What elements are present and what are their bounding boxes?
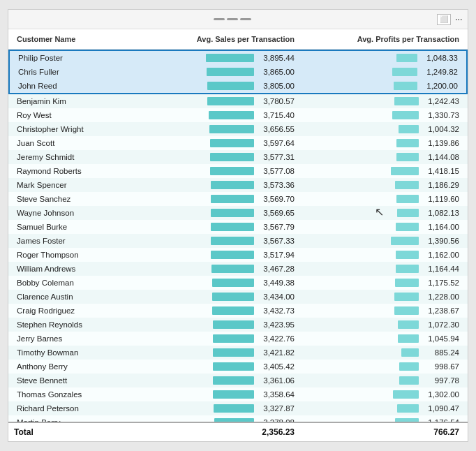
- profits-value: 1,242.43: [421, 97, 459, 105]
- sales-value: 3,656.55: [256, 125, 295, 133]
- sales-bar: [211, 251, 254, 259]
- avg-profits-cell: 1,048.33: [297, 52, 461, 64]
- profits-value: 997.78: [421, 376, 459, 385]
- avg-sales-cell: 3,865.00: [134, 66, 297, 77]
- avg-profits-cell: 1,162.00: [297, 249, 462, 260]
- sales-value: 3,434.00: [256, 293, 295, 301]
- more-options-icon[interactable]: ···: [455, 13, 462, 26]
- customer-name-cell: Roger Thompson: [14, 249, 133, 260]
- avg-profits-cell: 1,144.08: [297, 151, 462, 163]
- customer-name-cell: William Andrews: [14, 263, 133, 274]
- sales-value: 3,327.87: [256, 404, 295, 413]
- sales-bar: [207, 97, 254, 105]
- sales-value: 3,358.64: [256, 390, 295, 399]
- customer-name-cell: Clarence Austin: [14, 291, 133, 302]
- profits-bar: [394, 82, 417, 90]
- header-avg-profits: Avg. Profits per Transaction: [297, 34, 462, 45]
- customer-name-cell: Stephen Reynolds: [14, 319, 133, 330]
- avg-profits-cell: 1,330.73: [297, 110, 462, 121]
- avg-profits-cell: 1,045.94: [297, 333, 462, 344]
- avg-sales-cell: 3,423.95: [133, 319, 297, 330]
- avg-profits-cell: 1,186.29: [297, 179, 462, 191]
- profits-value: 1,119.60: [421, 195, 459, 203]
- profits-bar: [391, 167, 419, 175]
- sales-bar: [210, 153, 254, 161]
- sales-bar: [211, 237, 254, 245]
- sales-value: 3,805.00: [256, 82, 295, 90]
- sales-bar: [209, 111, 254, 119]
- sales-bar: [207, 82, 254, 90]
- title-bar-right[interactable]: ⬜ ···: [437, 13, 462, 26]
- profits-value: 1,045.94: [421, 334, 459, 343]
- customer-name-cell: Richard Peterson: [14, 403, 133, 414]
- customer-name-cell: Anthony Berry: [14, 361, 133, 372]
- sales-bar: [211, 265, 254, 273]
- sales-bar: [211, 195, 254, 203]
- avg-profits-cell: 1,390.56: [297, 235, 462, 246]
- sales-value: 3,517.94: [256, 251, 295, 259]
- table-row: Benjamin Kim3,780.571,242.43: [8, 94, 468, 108]
- profits-value: 1,164.00: [421, 223, 459, 231]
- profits-bar: [395, 181, 419, 189]
- table-row: Wayne Johnson3,569.651,082.13: [8, 206, 468, 220]
- customer-name-cell: Mark Spencer: [14, 179, 133, 191]
- profits-bar: [396, 223, 419, 231]
- sales-bar: [213, 390, 254, 399]
- avg-sales-cell: 3,467.28: [133, 263, 297, 274]
- table-row: Timothy Bowman3,421.82885.24: [8, 346, 468, 360]
- sales-bar: [213, 348, 254, 357]
- profits-value: 1,175.52: [421, 279, 459, 287]
- table-row: Martin Berry3,278.081,176.54: [8, 415, 468, 422]
- sales-bar: [210, 167, 254, 175]
- table-row: John Reed3,805.001,200.00: [8, 79, 468, 94]
- table-row: Steve Sanchez3,569.701,119.60: [8, 192, 468, 206]
- sales-value: 3,423.95: [256, 320, 295, 329]
- table-footer: Total 2,356.23 766.27: [8, 422, 468, 441]
- avg-sales-cell: 3,422.76: [133, 333, 297, 344]
- table-body[interactable]: Philip Foster3,895.441,048.33Chris Fulle…: [8, 50, 468, 422]
- table-row: Bobby Coleman3,449.381,175.52: [8, 276, 468, 290]
- sales-value: 3,467.28: [256, 265, 295, 273]
- table-row: Chris Fuller3,865.001,249.82: [8, 65, 468, 79]
- avg-sales-cell: 3,656.55: [133, 124, 297, 135]
- sales-bar: [214, 404, 254, 413]
- table-row: Jerry Barnes3,422.761,045.94: [8, 332, 468, 346]
- customer-name-cell: Philip Foster: [15, 52, 134, 64]
- sales-bar: [213, 362, 254, 371]
- avg-sales-cell: 3,569.70: [133, 193, 297, 205]
- profits-value: 885.24: [421, 348, 459, 357]
- sales-value: 3,895.44: [256, 54, 295, 62]
- table-header: Customer Name Avg. Sales per Transaction…: [8, 29, 468, 50]
- avg-sales-cell: 3,358.64: [133, 389, 297, 400]
- customer-name-cell: Chris Fuller: [15, 66, 134, 77]
- title-bar: ⬜ ···: [8, 10, 468, 29]
- customer-name-cell: Wayne Johnson: [14, 207, 133, 219]
- maximize-icon[interactable]: ⬜: [437, 14, 451, 25]
- profits-value: 1,082.13: [421, 209, 459, 217]
- profits-value: 1,390.56: [421, 237, 459, 245]
- avg-profits-cell: 1,164.44: [297, 263, 462, 274]
- profits-value: 1,200.00: [419, 82, 458, 90]
- customer-name-cell: Juan Scott: [14, 138, 133, 149]
- header-customer-name: Customer Name: [14, 34, 133, 45]
- avg-sales-cell: 3,895.44: [134, 52, 297, 64]
- avg-sales-cell: 3,517.94: [133, 249, 297, 260]
- customer-name-cell: James Foster: [14, 235, 133, 246]
- profits-bar: [397, 209, 419, 217]
- profits-value: 1,186.29: [421, 181, 459, 189]
- profits-value: 1,418.15: [421, 167, 459, 175]
- sales-bar: [210, 139, 254, 147]
- avg-sales-cell: 3,567.33: [133, 235, 297, 246]
- profits-value: 998.67: [421, 362, 459, 371]
- table-row: Samuel Burke3,567.791,164.00: [8, 220, 468, 234]
- profits-value: 1,144.08: [421, 153, 459, 161]
- sales-value: 3,567.33: [256, 237, 295, 245]
- sales-value: 3,573.36: [256, 181, 295, 189]
- sales-bar: [212, 293, 254, 301]
- profits-bar: [401, 348, 419, 357]
- profits-bar: [396, 54, 417, 62]
- avg-profits-cell: 1,082.13: [297, 207, 462, 219]
- table-row: Juan Scott3,597.641,139.86: [8, 136, 468, 150]
- profits-bar: [397, 404, 419, 413]
- avg-profits-cell: 997.78: [297, 375, 462, 386]
